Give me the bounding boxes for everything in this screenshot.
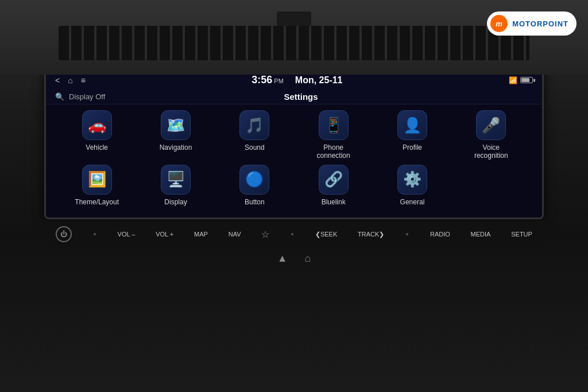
- screen-content: < ⌂ ≡ 3:56PM Mon, 25-11 📶: [46, 71, 542, 218]
- vol-minus-label: VOL –: [118, 231, 136, 238]
- icons-row-2: 🖼️ Theme/Layout 🖥️ Display 🔵 Button 🔗 Bl…: [57, 165, 531, 206]
- track-forward-label: TRACK❯: [358, 231, 384, 238]
- track-forward-button[interactable]: TRACK❯: [358, 231, 384, 238]
- time-date-display: 3:56PM Mon, 25-11: [252, 74, 342, 86]
- display-off-label: Display Off: [69, 92, 185, 101]
- settings-button[interactable]: 🔵 Button: [223, 165, 286, 206]
- profile-label: Profile: [403, 143, 422, 152]
- vol-minus-button[interactable]: VOL –: [118, 231, 136, 238]
- bluelink-label: Bluelink: [322, 198, 346, 206]
- search-icon[interactable]: 🔍: [55, 92, 64, 101]
- display-label: Display: [164, 198, 187, 206]
- navigation-icon: 🗺️: [161, 110, 191, 140]
- settings-voice-recognition[interactable]: 🎤 Voicerecognition: [459, 110, 523, 160]
- map-label: MAP: [194, 231, 208, 238]
- menu-button[interactable]: ≡: [81, 76, 86, 85]
- theme-layout-icon: 🖼️: [82, 165, 112, 195]
- vol-plus-button[interactable]: VOL +: [156, 231, 173, 238]
- settings-display[interactable]: 🖥️ Display: [144, 165, 207, 206]
- search-title-bar: 🔍 Display Off Settings: [46, 90, 542, 104]
- seek-back-label: ❮SEEK: [315, 231, 337, 238]
- vehicle-label: Vehicle: [86, 143, 108, 152]
- map-button[interactable]: MAP: [194, 231, 208, 238]
- battery-fill: [521, 78, 529, 82]
- phone-connection-label: Phoneconnection: [317, 143, 350, 160]
- navigation-label: Navigation: [160, 143, 192, 152]
- signal-battery-icons: 📶: [509, 76, 533, 84]
- radio-label: RADIO: [430, 231, 450, 238]
- vehicle-icon: 🚗: [82, 110, 112, 140]
- battery-icon: [520, 77, 533, 83]
- button-label: Button: [245, 198, 265, 206]
- setup-button[interactable]: SETUP: [511, 231, 532, 238]
- back-button[interactable]: <: [55, 76, 60, 85]
- setup-label: SETUP: [511, 231, 532, 238]
- page-title: Settings: [185, 92, 417, 102]
- settings-general[interactable]: ⚙️ General: [381, 165, 444, 206]
- profile-icon: 👤: [397, 110, 427, 140]
- date-display: Mon, 25-11: [295, 75, 343, 86]
- settings-phone-connection[interactable]: 📱 Phoneconnection: [302, 110, 365, 160]
- infotainment-screen: < ⌂ ≡ 3:56PM Mon, 25-11 📶: [44, 69, 544, 219]
- logo-circle: m: [490, 15, 508, 32]
- nav-button[interactable]: NAV: [229, 231, 241, 238]
- separator-3: [406, 233, 408, 235]
- bottom-home-icon[interactable]: ⌂: [304, 253, 311, 265]
- separator-1: [94, 233, 96, 235]
- settings-vehicle[interactable]: 🚗 Vehicle: [65, 110, 129, 160]
- vol-plus-label: VOL +: [156, 231, 173, 238]
- power-button[interactable]: ⏻: [56, 226, 72, 242]
- nav-controls: < ⌂ ≡: [55, 76, 86, 85]
- power-icon: ⏻: [56, 226, 72, 242]
- favorite-button[interactable]: ☆: [261, 229, 269, 240]
- media-label: MEDIA: [471, 231, 491, 238]
- media-button[interactable]: MEDIA: [471, 231, 491, 238]
- signal-icon: 📶: [509, 76, 517, 84]
- theme-layout-label: Theme/Layout: [75, 198, 119, 206]
- icons-row-1: 🚗 Vehicle 🗺️ Navigation 🎵 Sound 📱 Phonec…: [57, 110, 531, 160]
- time-display: 3:56PM: [252, 74, 284, 86]
- favorite-star-icon: ☆: [261, 229, 269, 240]
- button-icon: 🔵: [239, 165, 269, 195]
- settings-theme-layout[interactable]: 🖼️ Theme/Layout: [65, 165, 129, 206]
- home-button[interactable]: ⌂: [68, 76, 72, 85]
- settings-profile[interactable]: 👤 Profile: [381, 110, 444, 160]
- seek-back-button[interactable]: ❮SEEK: [315, 231, 337, 238]
- sound-label: Sound: [245, 143, 265, 152]
- bottom-up-arrow[interactable]: ▲: [277, 253, 288, 265]
- motorpoint-logo: m MOTORPOINT: [487, 11, 577, 36]
- general-icon: ⚙️: [397, 165, 427, 195]
- brand-name: MOTORPOINT: [512, 20, 568, 28]
- nav-label: NAV: [229, 231, 241, 238]
- vent-center: [277, 11, 311, 26]
- hardware-buttons-row: ⏻ VOL – VOL + MAP NAV ☆ ❮SEEK TRACK❯ RAD…: [44, 220, 544, 248]
- bluelink-icon: 🔗: [319, 165, 349, 195]
- voice-recognition-label: Voicerecognition: [474, 143, 508, 160]
- settings-sound[interactable]: 🎵 Sound: [223, 110, 286, 160]
- settings-navigation[interactable]: 🗺️ Navigation: [144, 110, 207, 160]
- settings-bluelink[interactable]: 🔗 Bluelink: [302, 165, 365, 206]
- radio-button[interactable]: RADIO: [430, 231, 450, 238]
- settings-icons-grid: 🚗 Vehicle 🗺️ Navigation 🎵 Sound 📱 Phonec…: [46, 104, 542, 218]
- car-panel: m MOTORPOINT < ⌂ ≡ 3:56PM Mon, 25-11: [0, 0, 588, 392]
- display-icon: 🖥️: [161, 165, 191, 195]
- sound-icon: 🎵: [239, 110, 269, 140]
- phone-connection-icon: 📱: [319, 110, 349, 140]
- bottom-controls: ▲ ⌂: [266, 248, 323, 269]
- vent-slats: [59, 26, 529, 60]
- general-label: General: [400, 198, 425, 206]
- voice-recognition-icon: 🎤: [476, 110, 506, 140]
- separator-2: [291, 233, 293, 235]
